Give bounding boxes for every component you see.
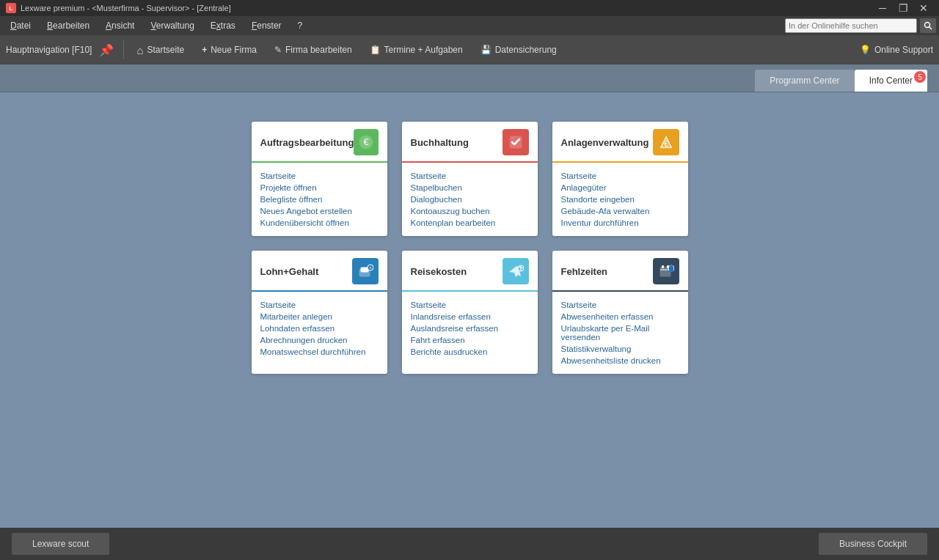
search-input[interactable] — [785, 18, 917, 33]
anlagenverwaltung-link-inventur[interactable]: Inventur durchführen — [561, 217, 679, 229]
menu-fenster[interactable]: Fenster — [244, 18, 289, 33]
business-cockpit-button[interactable]: Business Cockpit — [819, 533, 927, 555]
tab-info-center[interactable]: Info Center 5 — [855, 70, 927, 92]
fehlzeiten-link-startseite[interactable]: Startseite — [561, 299, 679, 311]
info-center-badge: 5 — [914, 71, 926, 83]
menu-verwaltung[interactable]: Verwaltung — [143, 18, 201, 33]
anlagenverwaltung-link-gebaeudeafa[interactable]: Gebäude-Afa verwalten — [561, 205, 679, 217]
anlagenverwaltung-link-anlagegueter[interactable]: Anlagegüter — [561, 182, 679, 194]
card-reisekosten-title: Reisekosten — [411, 266, 467, 277]
menu-bar: Datei Bearbeiten Ansicht Verwaltung Extr… — [0, 16, 939, 35]
lohn-gehalt-link-mitarbeiter[interactable]: Mitarbeiter anlegen — [260, 311, 379, 323]
lohn-gehalt-icon: + — [352, 258, 379, 284]
menu-help[interactable]: ? — [291, 18, 310, 33]
reisekosten-link-fahrt[interactable]: Fahrt erfassen — [411, 334, 529, 346]
card-lohn-gehalt: Lohn+Gehalt + Startseite Mitarbeiter anl… — [252, 251, 387, 374]
cards-container: Auftragsbearbeitung € Startseite Projekt… — [15, 122, 924, 374]
minimize-button[interactable]: ─ — [873, 0, 892, 16]
fehlzeiten-link-abwesenheiten[interactable]: Abwesenheiten erfassen — [561, 311, 679, 323]
auftragsbearbeitung-link-kundenuebersicht[interactable]: Kundenübersicht öffnen — [260, 217, 379, 229]
termine-aufgaben-button[interactable]: 📋 Termine + Aufgaben — [362, 42, 470, 58]
svg-text:€: € — [363, 136, 369, 147]
anlagenverwaltung-link-startseite[interactable]: Startseite — [561, 170, 679, 182]
card-lohn-gehalt-body: Startseite Mitarbeiter anlegen Lohndaten… — [252, 292, 387, 365]
card-auftragsbearbeitung: Auftragsbearbeitung € Startseite Projekt… — [252, 122, 387, 236]
datensicherung-button[interactable]: 💾 Datensicherung — [473, 42, 564, 58]
menu-datei[interactable]: Datei — [3, 18, 38, 33]
reisekosten-link-startseite[interactable]: Startseite — [411, 299, 529, 311]
buchhaltung-link-startseite[interactable]: Startseite — [411, 170, 529, 182]
card-reisekosten-header: Reisekosten — [402, 251, 538, 292]
card-reisekosten: Reisekosten Startseite Inlandsreise erfa… — [402, 251, 538, 374]
edit-icon: ✎ — [274, 45, 282, 55]
card-anlagenverwaltung-body: Startseite Anlagegüter Standorte eingebe… — [552, 163, 688, 236]
svg-text:+: + — [368, 265, 371, 270]
menu-ansicht[interactable]: Ansicht — [98, 18, 142, 33]
startseite-button[interactable]: ⌂ Startseite — [129, 41, 191, 59]
lohn-gehalt-link-monatswechsel[interactable]: Monatswechsel durchführen — [260, 346, 379, 358]
tab-programm-center[interactable]: Programm Center — [755, 70, 854, 92]
auftragsbearbeitung-link-belegliste[interactable]: Belegliste öffnen — [260, 194, 379, 205]
svg-rect-9 — [361, 268, 368, 272]
fehlzeiten-icon: 👤 — [653, 258, 679, 284]
svg-point-0 — [925, 23, 930, 28]
reisekosten-link-berichte[interactable]: Berichte ausdrucken — [411, 346, 529, 358]
buchhaltung-link-kontoauszug[interactable]: Kontoauszug buchen — [411, 205, 529, 217]
restore-button[interactable]: ❐ — [894, 0, 913, 16]
window-title: Lexware premium - <Musterfirma - Supervi… — [21, 4, 231, 12]
buchhaltung-link-kontenplan[interactable]: Kontenplan bearbeiten — [411, 217, 529, 229]
anlagenverwaltung-link-standorte[interactable]: Standorte eingeben — [561, 194, 679, 205]
fehlzeiten-link-urlaubskarte[interactable]: Urlaubskarte per E-Mail versenden — [561, 323, 679, 343]
online-support-button[interactable]: 💡 Online Support — [860, 45, 933, 55]
auftragsbearbeitung-link-startseite[interactable]: Startseite — [260, 170, 379, 182]
menu-extras[interactable]: Extras — [203, 18, 243, 33]
lohn-gehalt-link-abrechnungen[interactable]: Abrechnungen drucken — [260, 334, 379, 346]
card-anlagenverwaltung: Anlagenverwaltung € Startseite Anlagegüt… — [552, 122, 688, 236]
fehlzeiten-link-statistik[interactable]: Statistikverwaltung — [561, 343, 679, 355]
reisekosten-link-auslandsreise[interactable]: Auslandsreise erfassen — [411, 323, 529, 334]
calendar-icon: 📋 — [370, 45, 381, 55]
svg-text:👤: 👤 — [668, 265, 674, 272]
menu-bearbeiten[interactable]: Bearbeiten — [40, 18, 97, 33]
close-button[interactable]: ✕ — [914, 0, 933, 16]
card-anlagenverwaltung-title: Anlagenverwaltung — [561, 137, 649, 148]
card-anlagenverwaltung-header: Anlagenverwaltung € — [552, 122, 688, 163]
pin-icon[interactable]: 📌 — [95, 42, 118, 59]
card-auftragsbearbeitung-body: Startseite Projekte öffnen Belegliste öf… — [252, 163, 387, 236]
lexware-scout-button[interactable]: Lexware scout — [12, 533, 109, 555]
reisekosten-link-inlandsreise[interactable]: Inlandsreise erfassen — [411, 311, 529, 323]
separator-1 — [123, 40, 124, 59]
card-fehlzeiten-body: Startseite Abwesenheiten erfassen Urlaub… — [552, 292, 688, 374]
card-lohn-gehalt-header: Lohn+Gehalt + — [252, 251, 387, 292]
lohn-gehalt-link-startseite[interactable]: Startseite — [260, 299, 379, 311]
app-icon: L — [6, 3, 16, 13]
card-fehlzeiten: Fehlzeiten 👤 Startseite — [552, 251, 688, 374]
title-bar: L Lexware premium - <Musterfirma - Super… — [0, 0, 939, 16]
lohn-gehalt-link-lohndaten[interactable]: Lohndaten erfassen — [260, 323, 379, 334]
support-icon: 💡 — [860, 45, 871, 55]
bottom-bar: Lexware scout Business Cockpit — [0, 528, 939, 560]
auftragsbearbeitung-icon: € — [354, 129, 378, 155]
content-area: Auftragsbearbeitung € Startseite Projekt… — [0, 92, 939, 560]
save-icon: 💾 — [481, 45, 492, 55]
card-fehlzeiten-header: Fehlzeiten 👤 — [552, 251, 688, 292]
auftragsbearbeitung-link-angebot[interactable]: Neues Angebot erstellen — [260, 205, 379, 217]
auftragsbearbeitung-link-projekte[interactable]: Projekte öffnen — [260, 182, 379, 194]
card-buchhaltung: Buchhaltung Startseite Stapelbuchen Dial… — [402, 122, 538, 236]
card-buchhaltung-title: Buchhaltung — [411, 137, 469, 148]
search-button[interactable] — [920, 18, 936, 33]
svg-line-1 — [929, 27, 932, 30]
home-icon: ⌂ — [136, 44, 143, 56]
card-reisekosten-body: Startseite Inlandsreise erfassen Ausland… — [402, 292, 538, 365]
plus-icon: + — [202, 45, 207, 55]
buchhaltung-link-stapelbuchen[interactable]: Stapelbuchen — [411, 182, 529, 194]
firma-bearbeiten-button[interactable]: ✎ Firma bearbeiten — [267, 42, 359, 58]
anlagenverwaltung-icon: € — [653, 129, 679, 155]
neue-firma-button[interactable]: + Neue Firma — [194, 42, 264, 58]
card-lohn-gehalt-title: Lohn+Gehalt — [260, 266, 319, 277]
buchhaltung-link-dialogbuchen[interactable]: Dialogbuchen — [411, 194, 529, 205]
card-buchhaltung-body: Startseite Stapelbuchen Dialogbuchen Kon… — [402, 163, 538, 236]
buchhaltung-icon — [503, 129, 529, 155]
search-area — [785, 18, 936, 33]
fehlzeiten-link-abwesenheitsliste[interactable]: Abwesenheitsliste drucken — [561, 355, 679, 366]
